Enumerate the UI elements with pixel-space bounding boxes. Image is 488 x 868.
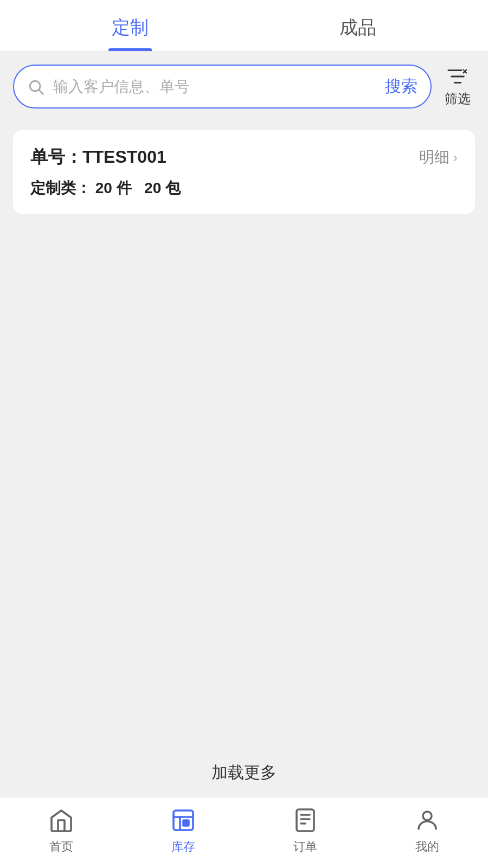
filter-button[interactable]: 筛选 [440,66,475,107]
order-card-header: 单号：TTEST001 明细 › [30,145,458,169]
nav-item-inventory[interactable]: 库存 [122,806,244,855]
top-tab-bar: 定制 成品 [0,0,488,52]
order-number: 单号：TTEST001 [30,145,166,169]
load-more-text: 加载更多 [211,762,277,784]
inventory-icon [169,806,197,834]
filter-label: 筛选 [445,90,471,107]
home-icon [47,806,75,834]
svg-rect-12 [297,809,314,831]
order-info: 定制类： 20 件 20 包 [30,178,458,199]
bottom-nav: 首页 库存 订单 [0,797,488,868]
main-content: 单号：TTEST001 明细 › 定制类： 20 件 20 包 [0,122,488,744]
search-input[interactable] [53,78,376,95]
nav-item-order[interactable]: 订单 [244,806,366,855]
order-icon [291,806,319,834]
detail-link[interactable]: 明细 › [419,147,458,168]
svg-point-16 [423,812,432,820]
tab-finished[interactable]: 成品 [244,0,472,51]
load-more-area[interactable]: 加载更多 [0,744,488,797]
chevron-right-icon: › [453,149,458,166]
nav-item-home[interactable]: 首页 [0,806,122,855]
search-button[interactable]: 搜索 [385,75,418,98]
svg-line-1 [39,90,43,94]
svg-rect-11 [183,820,189,826]
filter-icon [446,66,470,87]
mine-icon [413,806,441,834]
search-area: 搜索 筛选 [0,52,488,122]
search-box: 搜索 [13,65,432,108]
nav-label-order: 订单 [293,839,317,855]
nav-label-home: 首页 [49,839,73,855]
tab-custom[interactable]: 定制 [16,0,244,51]
search-icon [27,78,44,95]
order-card: 单号：TTEST001 明细 › 定制类： 20 件 20 包 [13,130,475,214]
nav-label-mine: 我的 [415,839,439,855]
nav-item-mine[interactable]: 我的 [366,806,488,855]
nav-label-inventory: 库存 [171,839,195,855]
